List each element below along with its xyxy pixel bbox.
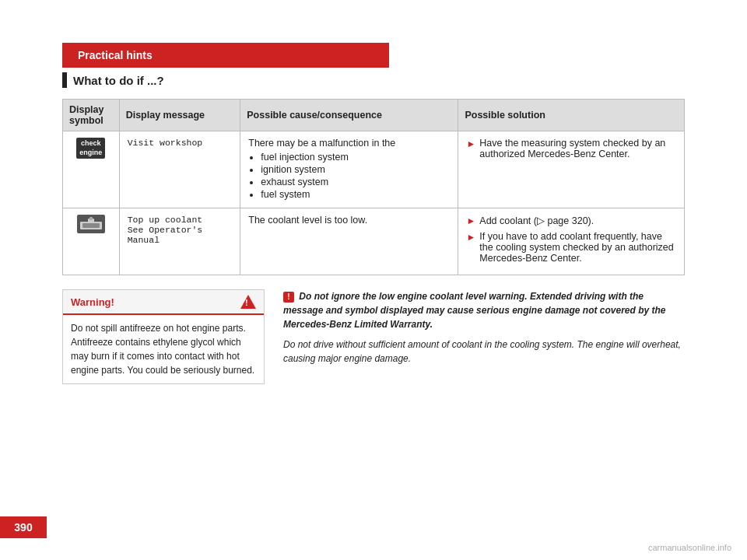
arrow-icon: ► (466, 232, 475, 243)
list-item: exhaust system (261, 177, 450, 187)
solution-item: ► If you have to add coolant frequently,… (466, 231, 676, 264)
watermark-text: carmanualsonline.info (648, 543, 731, 552)
page-number: 390 (0, 516, 47, 538)
warning-header: Warning! (63, 290, 264, 315)
warning-text: Do not spill antifreeze on hot engine pa… (71, 323, 254, 376)
watermark: carmanualsonline.info (648, 543, 731, 552)
col-header-cause: Possible cause/consequence (240, 100, 458, 131)
symbol-cell-1: checkengine (63, 131, 120, 208)
solution-text-2b: If you have to add coolant frequently, h… (479, 231, 676, 264)
arrow-icon: ► (466, 215, 475, 226)
cause-cell-2: The coolant level is too low. (240, 208, 458, 275)
warning-body: Do not spill antifreeze on hot engine pa… (63, 315, 264, 383)
cause-intro-2: The coolant level is too low. (248, 215, 367, 226)
cause-intro-1: There may be a malfunction in the (248, 138, 395, 149)
col-header-solution: Possible solution (458, 100, 685, 131)
list-item: fuel system (261, 189, 450, 200)
table-row: Top up coolantSee Operator's Manual The … (63, 208, 685, 275)
svg-rect-3 (89, 217, 93, 220)
table-row: checkengine Visit workshop There may be … (63, 131, 685, 208)
list-item: ignition system (261, 164, 450, 175)
header-title: Practical hints (78, 49, 153, 61)
main-table: Display symbol Display message Possible … (62, 99, 685, 275)
solution-text-1: Have the measuring system checked by an … (479, 138, 676, 159)
right-paragraph-1: ! Do not ignore the low engine coolant l… (283, 289, 685, 331)
symbol-cell-2 (63, 208, 120, 275)
warning-title: Warning! (71, 296, 114, 308)
warning-triangle-icon (240, 295, 256, 309)
arrow-icon: ► (466, 138, 475, 149)
right-text-italic-2: Do not drive without sufficient amount o… (283, 339, 681, 364)
exclamation-icon: ! (283, 292, 294, 303)
section-title-bar (62, 72, 67, 88)
right-text-block: ! Do not ignore the low engine coolant l… (283, 289, 685, 384)
warning-box: Warning! Do not spill antifreeze on hot … (62, 289, 265, 384)
section-title-row: What to do if ...? (62, 72, 747, 88)
message-cell-1: Visit workshop (119, 131, 240, 208)
svg-rect-1 (82, 223, 100, 228)
section-title: What to do if ...? (73, 74, 164, 87)
header-bar: Practical hints (62, 43, 389, 68)
right-text-italic-1: Do not ignore the low engine coolant lev… (283, 291, 666, 330)
message-text-1: Visit workshop (128, 138, 203, 148)
cause-cell-1: There may be a malfunction in the fuel i… (240, 131, 458, 208)
col-header-message: Display message (119, 100, 240, 131)
bottom-section: Warning! Do not spill antifreeze on hot … (62, 289, 685, 384)
page-number-text: 390 (14, 521, 32, 534)
cause-list-1: fuel injection system ignition system ex… (248, 152, 450, 200)
solution-text-2a: Add coolant (▷ page 320). (479, 215, 594, 226)
instrument-icon (77, 215, 105, 233)
solution-cell-1: ► Have the measuring system checked by a… (458, 131, 685, 208)
solution-item: ► Have the measuring system checked by a… (466, 138, 676, 159)
col-header-symbol: Display symbol (63, 100, 120, 131)
message-cell-2: Top up coolantSee Operator's Manual (119, 208, 240, 275)
right-paragraph-2: Do not drive without sufficient amount o… (283, 338, 685, 366)
solution-cell-2: ► Add coolant (▷ page 320). ► If you hav… (458, 208, 685, 275)
check-engine-icon: checkengine (76, 138, 105, 159)
solution-item: ► Add coolant (▷ page 320). (466, 215, 676, 226)
list-item: fuel injection system (261, 152, 450, 163)
